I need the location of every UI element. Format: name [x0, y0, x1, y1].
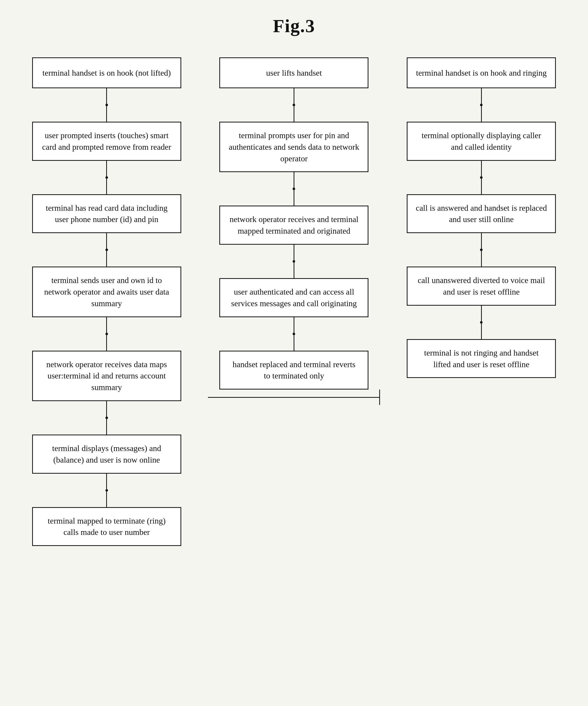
connector-dot: [293, 188, 295, 190]
box-3-5: terminal is not ringing and handset lift…: [407, 339, 556, 378]
connector: [106, 335, 107, 351]
flow-item: terminal optionally displaying caller an…: [407, 122, 556, 161]
connector: [481, 106, 482, 122]
column-3: terminal handset is on hook and ringing …: [395, 57, 568, 378]
connector-dot: [106, 333, 108, 335]
connector: [481, 161, 482, 176]
connector: [106, 251, 107, 267]
connector: [106, 492, 107, 507]
connector: [106, 88, 107, 104]
connector-dot: [480, 248, 482, 251]
connector: [294, 190, 294, 205]
flow-item: call unanswered diverted to voice mail a…: [407, 267, 556, 306]
connector: [294, 335, 294, 351]
connector: [106, 233, 107, 248]
connector-dot: [106, 176, 108, 179]
diagram: terminal handset is on hook (not lifted)…: [20, 57, 568, 546]
box-1-3: terminal has read card data including us…: [32, 194, 181, 233]
flow-item: network operator receives data maps user…: [32, 351, 181, 401]
flow-item: terminal has read card data including us…: [32, 194, 181, 233]
bottom-connector: [208, 390, 380, 405]
column-1: terminal handset is on hook (not lifted)…: [20, 57, 193, 546]
flow-item: user prompted inserts (touches) smart ca…: [32, 122, 181, 161]
connector: [106, 474, 107, 489]
page-title: Fig.3: [20, 15, 568, 37]
flow-item: terminal handset is on hook and ringing: [407, 57, 556, 88]
flow-item: handset replaced and terminal reverts to…: [219, 351, 369, 390]
flow-item: network operator receives and terminal m…: [219, 205, 369, 245]
box-1-2: user prompted inserts (touches) smart ca…: [32, 122, 181, 161]
flow-item: user lifts handset: [219, 57, 369, 88]
connector-dot: [293, 333, 295, 335]
box-1-1: terminal handset is on hook (not lifted): [32, 57, 181, 88]
flow-item: call is answered and handset is replaced…: [407, 194, 556, 233]
connector: [294, 106, 294, 122]
box-1-5: network operator receives data maps user…: [32, 351, 181, 401]
flow-item: terminal is not ringing and handset lift…: [407, 339, 556, 378]
connector: [106, 179, 107, 194]
connector-dot: [106, 417, 108, 419]
connector: [106, 317, 107, 333]
connector: [481, 88, 482, 104]
connector: [106, 419, 107, 435]
column-2: user lifts handset terminal prompts user…: [208, 57, 380, 405]
box-3-3: call is answered and handset is replaced…: [407, 194, 556, 233]
box-2-3: network operator receives and terminal m…: [219, 205, 369, 245]
box-2-1: user lifts handset: [219, 57, 369, 88]
flow-item: terminal prompts user for pin and authen…: [219, 122, 369, 172]
connector-dot: [106, 104, 108, 106]
box-3-4: call unanswered diverted to voice mail a…: [407, 267, 556, 306]
connector: [481, 179, 482, 194]
connector: [294, 172, 294, 188]
connector: [294, 263, 294, 278]
flow-item: terminal mapped to terminate (ring) call…: [32, 507, 181, 546]
box-2-2: terminal prompts user for pin and authen…: [219, 122, 369, 172]
connector: [481, 233, 482, 248]
connector-dot: [293, 260, 295, 263]
connector-dot: [106, 248, 108, 251]
connector-dot: [480, 104, 482, 106]
box-1-7: terminal mapped to terminate (ring) call…: [32, 507, 181, 546]
box-2-4: user authenticated and can access all se…: [219, 278, 369, 317]
flow-item: terminal sends user and own id to networ…: [32, 267, 181, 317]
connector: [294, 317, 294, 333]
col1-col2-connector: [193, 57, 208, 73]
connector: [294, 245, 294, 260]
flow-item: user authenticated and can access all se…: [219, 278, 369, 317]
flow-item: terminal handset is on hook (not lifted): [32, 57, 181, 88]
connector: [481, 324, 482, 339]
connector-dot: [106, 489, 108, 492]
box-3-2: terminal optionally displaying caller an…: [407, 122, 556, 161]
flow-item: terminal displays (messages) and (balanc…: [32, 435, 181, 474]
connector: [106, 161, 107, 176]
box-3-1: terminal handset is on hook and ringing: [407, 57, 556, 88]
connector-dot: [480, 176, 482, 179]
box-2-5: handset replaced and terminal reverts to…: [219, 351, 369, 390]
connector-dot: [293, 104, 295, 106]
connector: [294, 88, 294, 104]
connector: [106, 106, 107, 122]
connector-dot: [480, 321, 482, 324]
connector: [481, 306, 482, 321]
box-1-6: terminal displays (messages) and (balanc…: [32, 435, 181, 474]
box-1-4: terminal sends user and own id to networ…: [32, 267, 181, 317]
connector: [106, 401, 107, 417]
connector: [481, 251, 482, 267]
